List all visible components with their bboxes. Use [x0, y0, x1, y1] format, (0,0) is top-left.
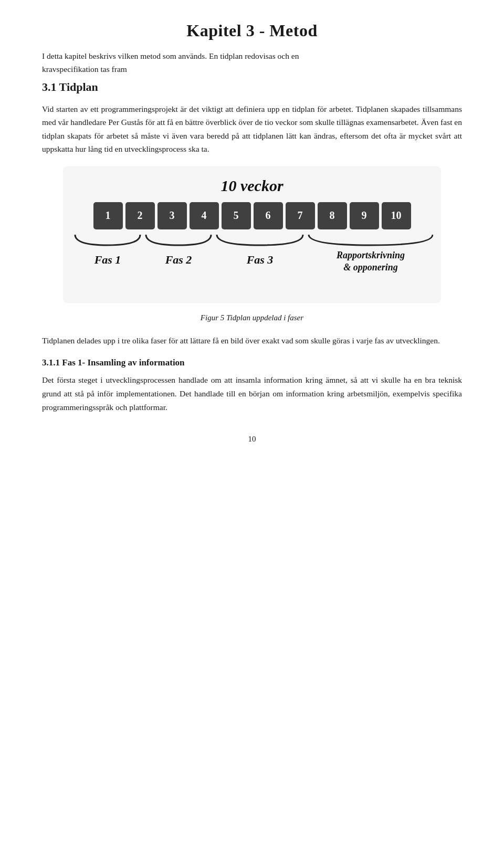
- intro-line2: kravspecifikation tas fram: [42, 65, 127, 74]
- week-box-1: 1: [93, 202, 123, 229]
- week-box-5: 5: [222, 202, 251, 229]
- section-311-para1: Det första steget i utvecklingsprocessen…: [42, 373, 462, 414]
- figure-caption: Figur 5 Tidplan uppdelad i faser: [42, 313, 462, 322]
- page-number: 10: [42, 435, 462, 444]
- svg-text:Fas 3: Fas 3: [246, 253, 274, 266]
- svg-text:Rapportskrivning: Rapportskrivning: [336, 250, 405, 260]
- chapter-title: Kapitel 3 - Metod: [42, 21, 462, 40]
- section-311-bold: Insamling av information: [87, 358, 184, 368]
- week-box-7: 7: [286, 202, 315, 229]
- week-box-8: 8: [318, 202, 347, 229]
- section-311-heading: 3.1.1 Fas 1- Insamling av information: [42, 358, 462, 368]
- week-box-9: 9: [350, 202, 379, 229]
- svg-text:& opponering: & opponering: [343, 262, 398, 272]
- svg-text:Fas 1: Fas 1: [94, 253, 121, 266]
- week-box-4: 4: [190, 202, 219, 229]
- week-box-10: 10: [382, 202, 411, 229]
- section-311-label: 3.1.1 Fas 1-: [42, 358, 87, 368]
- week-box-3: 3: [158, 202, 187, 229]
- week-boxes-row: 12345678910: [68, 202, 436, 229]
- intro-line1: I detta kapitel beskrivs vilken metod so…: [42, 51, 299, 60]
- section-31-heading: 3.1 Tidplan: [42, 80, 462, 94]
- phases-svg: Fas 1 Fas 2 Fas 3 Rapportskrivning & opp…: [71, 229, 433, 298]
- week-box-6: 6: [254, 202, 283, 229]
- intro-text: I detta kapitel beskrivs vilken metod so…: [42, 50, 462, 76]
- section-31-para1: Vid starten av ett programmeringsprojekt…: [42, 102, 462, 156]
- timeline-para: Tidplanen delades upp i tre olika faser …: [42, 334, 462, 348]
- week-box-2: 2: [125, 202, 155, 229]
- page-header: Kapitel 3 - Metod: [42, 21, 462, 40]
- diagram-title: 10 veckor: [68, 177, 436, 195]
- caption-text: Figur 5 Tidplan uppdelad i faser: [201, 313, 303, 322]
- svg-text:Fas 2: Fas 2: [165, 253, 192, 266]
- timeline-diagram: 10 veckor 12345678910 Fas 1 Fas 2 Fas 3 …: [63, 166, 441, 303]
